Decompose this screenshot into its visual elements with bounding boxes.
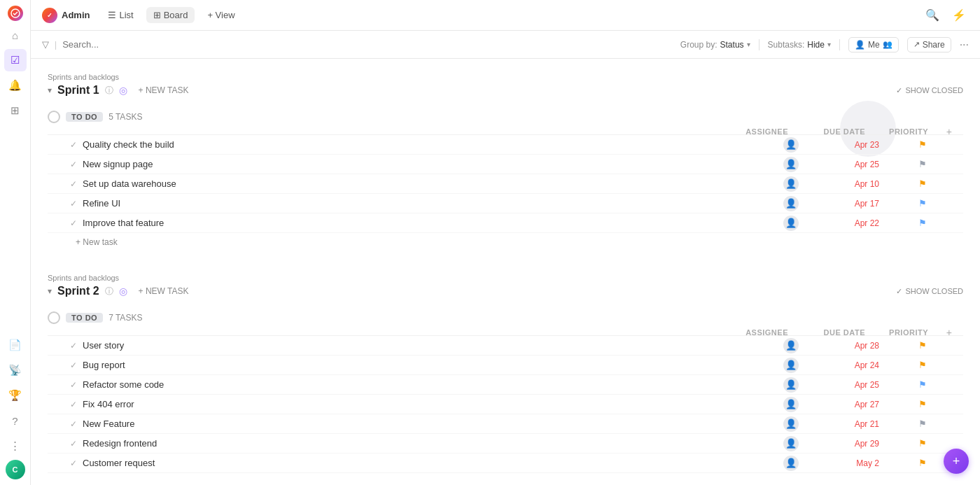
main-area: ✓ Admin ☰ List ⊞ Board + View 🔍 ⚡ ▽ | Gr…	[31, 0, 980, 485]
sprint2-task-1[interactable]: ✓ Bug report 👤 Apr 24 ⚑	[48, 356, 963, 375]
task-name: User story	[83, 340, 963, 351]
sprint1-add-task[interactable]: + NEW TASK	[133, 84, 195, 97]
sprint2-header: ▾ Sprint 2 ⓘ ◎ + NEW TASK ✓ SHOW CLOSED	[48, 285, 963, 297]
sidebar-apps-icon[interactable]: ⊞	[4, 99, 27, 122]
view-label: + View	[207, 10, 234, 20]
task-check-icon: ✓	[70, 199, 77, 209]
sprint2-task-2[interactable]: ✓ Refactor some code 👤 Apr 25 ⚑	[48, 375, 963, 395]
task-assignee-avatar: 👤	[783, 137, 799, 153]
show-closed-checkmark: ✓	[896, 86, 902, 95]
sprint1-table-header: ASSIGNEE DUE DATE PRIORITY +	[48, 129, 963, 135]
task-due-date: Apr 25	[855, 160, 879, 169]
sidebar-home-icon[interactable]: ⌂	[4, 24, 27, 46]
share-label: Share	[923, 40, 945, 50]
board-nav-button[interactable]: ⊞ Board	[146, 7, 195, 23]
sprint2-info-icon[interactable]: ⓘ	[105, 286, 113, 297]
topnav: ✓ Admin ☰ List ⊞ Board + View 🔍 ⚡	[31, 0, 980, 31]
sprint2-toggle[interactable]: ▾	[48, 286, 52, 296]
view-nav-button[interactable]: + View	[200, 7, 241, 23]
task-assignee-avatar: 👤	[783, 157, 799, 172]
more-options-button[interactable]: ···	[960, 38, 969, 51]
task-check-icon: ✓	[70, 380, 77, 390]
sprint1-task-3[interactable]: ✓ Refine UI 👤 Apr 17 ⚑	[48, 194, 963, 213]
fab-button[interactable]: +	[944, 449, 969, 474]
task-priority-flag: ⚑	[918, 419, 927, 429]
sidebar-docs-icon[interactable]: 📄	[4, 334, 27, 356]
group-by-value: Status	[720, 40, 744, 50]
sidebar-notifications-icon[interactable]: 🔔	[4, 74, 27, 97]
sprint2-meta: Sprints and backlogs	[48, 274, 963, 282]
sprint2-task-3[interactable]: ✓ Fix 404 error 👤 Apr 27 ⚑	[48, 395, 963, 414]
sprint2-show-closed[interactable]: ✓ SHOW CLOSED	[896, 287, 963, 296]
person-icon: 👤	[785, 198, 797, 209]
sidebar-tasks-icon[interactable]: ☑	[4, 49, 27, 71]
toolbar-divider-3	[839, 39, 840, 50]
task-due-date: Apr 10	[855, 179, 879, 189]
sidebar-signal-icon[interactable]: 📡	[4, 359, 27, 381]
topnav-actions: 🔍 ⚡	[923, 6, 969, 24]
task-name: Refactor some code	[83, 379, 963, 390]
board-label: Board	[164, 10, 188, 20]
task-assignee-avatar: 👤	[783, 436, 799, 451]
task-name: Customer request	[83, 458, 963, 468]
sprint1-info-icon[interactable]: ⓘ	[105, 85, 113, 97]
sprint1-task-2[interactable]: ✓ Set up data warehouse 👤 Apr 10 ⚑	[48, 174, 963, 194]
task-check-icon: ✓	[70, 439, 77, 449]
task-due-date: May 2	[856, 458, 879, 468]
me-button[interactable]: 👤 Me 👥	[848, 37, 899, 52]
subtasks-value: Hide	[807, 40, 825, 50]
sprint2-task-0[interactable]: ✓ User story 👤 Apr 28 ⚑	[48, 336, 963, 356]
sidebar-user-avatar[interactable]: C	[6, 460, 25, 479]
group-by-option[interactable]: Group by: Status ▾	[680, 40, 750, 50]
subtasks-option[interactable]: Subtasks: Hide ▾	[768, 40, 831, 50]
sidebar-help-icon[interactable]: ?	[4, 409, 27, 432]
task-assignee-avatar: 👤	[783, 358, 799, 373]
share-button[interactable]: ↗ Share	[907, 37, 951, 52]
sidebar-more-icon[interactable]: ⋮	[4, 435, 27, 457]
sprint2-task-6[interactable]: ✓ Customer request 👤 May 2 ⚑	[48, 454, 963, 473]
sidebar-trophy-icon[interactable]: 🏆	[4, 384, 27, 407]
list-nav-button[interactable]: ☰ List	[101, 7, 140, 23]
task-check-icon: ✓	[70, 160, 77, 169]
share-icon: ↗	[913, 40, 920, 49]
sprint1-target-icon[interactable]: ◎	[119, 85, 127, 96]
task-assignee-avatar: 👤	[783, 176, 799, 192]
sprint2-status-circle[interactable]	[48, 311, 60, 324]
sprint2-task-5[interactable]: ✓ Redesign frontend 👤 Apr 29 ⚑	[48, 434, 963, 454]
person-icon: 👤	[785, 399, 797, 409]
brand-name: Admin	[62, 10, 90, 20]
toolbar-divider-2	[759, 39, 760, 50]
sprint1-status-group[interactable]: TO DO 5 TASKS	[48, 105, 963, 129]
sprint2-status-group[interactable]: TO DO 7 TASKS	[48, 306, 963, 330]
task-due-date: Apr 28	[855, 341, 879, 351]
task-name: Improve that feature	[83, 218, 963, 228]
sprint1-task-4[interactable]: ✓ Improve that feature 👤 Apr 22 ⚑	[48, 213, 963, 233]
task-priority-flag: ⚑	[918, 218, 927, 228]
task-assignee-avatar: 👤	[783, 377, 799, 393]
sprint2-target-icon[interactable]: ◎	[119, 286, 127, 297]
task-name: Bug report	[83, 360, 963, 370]
subtasks-label: Subtasks:	[768, 40, 805, 50]
task-due-date: Apr 24	[855, 360, 879, 370]
task-name: Fix 404 error	[83, 399, 963, 409]
person-icon: 👤	[785, 340, 797, 351]
lightning-button[interactable]: ⚡	[949, 6, 969, 24]
task-name: Quality check the build	[83, 139, 963, 150]
sprint2-task-4[interactable]: ✓ New Feature 👤 Apr 21 ⚑	[48, 414, 963, 434]
sprint1-show-closed[interactable]: ✓ SHOW CLOSED	[896, 86, 963, 95]
sprint1-toggle[interactable]: ▾	[48, 85, 52, 95]
sprint1-task-0[interactable]: ✓ Quality check the build 👤 Apr 23 ⚑	[48, 135, 963, 155]
person-icon: 👤	[785, 379, 797, 390]
task-assignee-avatar: 👤	[783, 416, 799, 432]
sprint1-meta: Sprints and backlogs	[48, 73, 963, 81]
sprint2-add-task[interactable]: + NEW TASK	[133, 285, 195, 297]
show-closed-checkmark2: ✓	[896, 287, 902, 296]
filter-icon[interactable]: ▽	[42, 39, 49, 50]
sprint1-task-1[interactable]: ✓ New signup page 👤 Apr 25 ⚑	[48, 155, 963, 174]
task-due-date: Apr 23	[855, 140, 879, 150]
task-name: Redesign frontend	[83, 438, 963, 449]
search-input[interactable]	[62, 39, 160, 50]
sprint1-add-task-row[interactable]: + New task	[48, 233, 963, 251]
search-button[interactable]: 🔍	[923, 6, 942, 24]
sprint1-status-circle[interactable]	[48, 111, 60, 123]
